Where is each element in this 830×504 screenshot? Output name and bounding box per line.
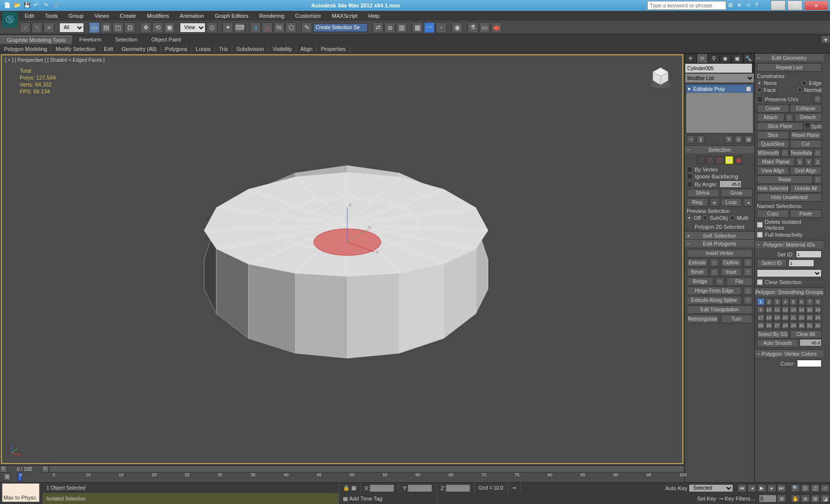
hinge-button[interactable]: Hinge From Edge bbox=[687, 287, 742, 295]
app-logo[interactable]: Ⓢ bbox=[2, 12, 18, 28]
loop-spin[interactable]: ◂ bbox=[744, 198, 752, 207]
rib-props[interactable]: Properties bbox=[317, 45, 350, 52]
selection-filter[interactable]: All bbox=[59, 23, 84, 33]
pin-stack-icon[interactable]: ⊣ bbox=[687, 135, 695, 143]
modifier-list-dropdown[interactable]: Modifier List bbox=[685, 73, 754, 83]
sg-1[interactable]: 1 bbox=[757, 298, 765, 305]
inset-button[interactable]: Inset bbox=[721, 268, 742, 276]
planar-x[interactable]: X bbox=[796, 158, 804, 166]
percent-snap-icon[interactable]: % bbox=[274, 22, 285, 33]
ribbon-graphite[interactable]: Graphite Modeling Tools bbox=[0, 36, 72, 44]
sel-id-spinner[interactable] bbox=[788, 259, 814, 267]
clear-sel-check[interactable]: ✓ bbox=[757, 279, 763, 285]
sg-10[interactable]: 10 bbox=[765, 306, 773, 313]
window-crossing-icon[interactable]: ⊡ bbox=[124, 22, 135, 33]
undo-icon[interactable]: ↶ bbox=[34, 2, 41, 9]
next-frame-icon[interactable]: ▸ bbox=[767, 484, 776, 492]
z-coord-input[interactable] bbox=[446, 484, 470, 492]
sg-9[interactable]: 9 bbox=[757, 306, 765, 313]
rib-geomall[interactable]: Geometry (All) bbox=[118, 45, 161, 52]
auto-smooth-spinner[interactable] bbox=[799, 339, 822, 346]
outline-settings[interactable]: □ bbox=[744, 258, 752, 267]
minimize-button[interactable]: ─ bbox=[771, 0, 786, 10]
con-none-radio[interactable] bbox=[757, 81, 762, 85]
rib-loops[interactable]: Loops bbox=[192, 45, 215, 52]
sel-by-sg-button[interactable]: Select By SG bbox=[757, 330, 789, 338]
sg-24[interactable]: 24 bbox=[814, 314, 822, 321]
auto-smooth-button[interactable]: Auto Smooth bbox=[757, 339, 798, 347]
menu-modifiers[interactable]: Modifiers bbox=[142, 12, 174, 20]
menu-group[interactable]: Group bbox=[64, 12, 89, 20]
flip-button[interactable]: Flip bbox=[726, 277, 753, 286]
viewcube-icon[interactable] bbox=[648, 64, 673, 90]
vertex-subobj-icon[interactable]: ⋮ bbox=[697, 156, 705, 164]
set-id-spinner[interactable] bbox=[796, 251, 822, 258]
bevel-settings[interactable]: □ bbox=[710, 268, 719, 276]
object-name-input[interactable] bbox=[685, 63, 752, 73]
move-tool-icon[interactable]: ✥ bbox=[140, 22, 151, 33]
sg-19[interactable]: 19 bbox=[773, 314, 781, 321]
utilities-tab-icon[interactable]: 🔧 bbox=[743, 53, 755, 63]
menu-rendering[interactable]: Rendering bbox=[254, 12, 290, 20]
timeline-slider[interactable]: < 0 / 100 > bbox=[0, 465, 684, 472]
fov-icon[interactable]: ▱ bbox=[821, 484, 830, 492]
sg-4[interactable]: 4 bbox=[782, 298, 789, 305]
select-tool-icon[interactable]: ▭ bbox=[89, 22, 100, 33]
relax-settings[interactable]: □ bbox=[814, 175, 822, 184]
cylinder-mesh[interactable]: z x y bbox=[169, 141, 515, 378]
del-iso-check[interactable]: ✓ bbox=[757, 222, 763, 228]
sg-22[interactable]: 22 bbox=[798, 314, 806, 321]
split-check[interactable] bbox=[804, 122, 810, 128]
sg-26[interactable]: 26 bbox=[765, 322, 773, 329]
loop-button[interactable]: Loop bbox=[721, 198, 742, 207]
align-icon[interactable]: ≣ bbox=[384, 22, 395, 33]
coord-icon[interactable]: ▦ bbox=[351, 485, 356, 491]
rotate-tool-icon[interactable]: ⟲ bbox=[152, 22, 163, 33]
rib-edit[interactable]: Edit bbox=[100, 45, 118, 52]
rib-tris[interactable]: Tris bbox=[215, 45, 232, 52]
autokey-button[interactable]: Auto Key bbox=[665, 485, 688, 491]
unhide-all-button[interactable]: Unhide All bbox=[790, 184, 822, 193]
preview-off-radio[interactable] bbox=[687, 215, 692, 220]
ribbon-collapse-icon[interactable]: ▾ bbox=[821, 36, 830, 43]
border-subobj-icon[interactable]: ◯ bbox=[716, 156, 724, 164]
sg-8[interactable]: 8 bbox=[814, 298, 822, 305]
sg-3[interactable]: 3 bbox=[773, 298, 781, 305]
menu-create[interactable]: Create bbox=[115, 12, 141, 20]
redo-icon[interactable]: ↷ bbox=[43, 2, 50, 9]
zoom-ext-icon[interactable]: ◫ bbox=[811, 484, 820, 492]
comm-icon[interactable]: ✕ bbox=[737, 2, 744, 9]
bridge-settings[interactable]: □ bbox=[715, 277, 724, 286]
sg-27[interactable]: 27 bbox=[773, 322, 781, 329]
zoom-all-icon[interactable]: ⊡ bbox=[801, 484, 810, 492]
matid-dropdown[interactable] bbox=[757, 269, 822, 277]
menu-help[interactable]: Help bbox=[364, 12, 385, 20]
view-align-button[interactable]: View Align bbox=[757, 167, 789, 175]
setkey-button[interactable]: Set Key bbox=[697, 496, 716, 502]
grid-align-button[interactable]: Grid Align bbox=[790, 167, 822, 175]
vcolor-rollout-hdr[interactable]: −Polygon: Vertex Colors bbox=[755, 349, 824, 357]
menu-animation[interactable]: Animation bbox=[175, 12, 209, 20]
show-result-icon[interactable]: ‖ bbox=[697, 135, 705, 143]
preserve-uv-settings[interactable]: □ bbox=[814, 95, 822, 103]
by-vertex-check[interactable] bbox=[687, 167, 693, 172]
viewport-label[interactable]: [ + ] [ Perspective ] [ Shaded + Edged F… bbox=[5, 57, 105, 63]
timeconfig-icon[interactable]: ▦ bbox=[343, 496, 348, 502]
editpoly-rollout-hdr[interactable]: −Edit Polygons bbox=[685, 239, 754, 247]
remove-mod-icon[interactable]: ⊘ bbox=[735, 135, 743, 143]
sg-6[interactable]: 6 bbox=[798, 298, 806, 305]
sg-clear-all-button[interactable]: Clear All bbox=[790, 330, 822, 338]
extrude-settings[interactable]: □ bbox=[710, 258, 719, 267]
scale-tool-icon[interactable]: ▣ bbox=[164, 22, 175, 33]
sg-13[interactable]: 13 bbox=[789, 306, 797, 313]
insert-vertex-button[interactable]: Insert Vertex bbox=[687, 249, 752, 257]
schematic-icon[interactable]: ▫ bbox=[436, 22, 447, 33]
full-int-check[interactable]: ✓ bbox=[757, 232, 763, 238]
preview-subobj-radio[interactable] bbox=[703, 215, 707, 220]
preview-multi-radio[interactable] bbox=[730, 215, 735, 220]
sg-15[interactable]: 15 bbox=[806, 306, 814, 313]
preserve-uv-check[interactable] bbox=[757, 96, 763, 102]
rib-modsel[interactable]: Modify Selection bbox=[51, 45, 100, 52]
sg-18[interactable]: 18 bbox=[765, 314, 773, 321]
make-unique-icon[interactable]: ∀ bbox=[725, 135, 733, 143]
